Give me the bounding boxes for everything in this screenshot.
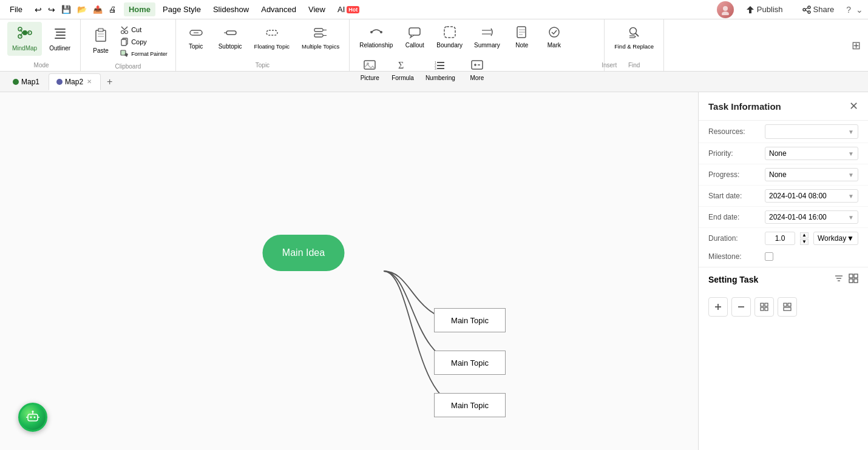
svg-point-22 [121,31,124,34]
picture-button[interactable]: Picture [354,55,385,86]
outliner-button[interactable]: Outliner [44,22,75,56]
callout-icon [408,25,421,41]
menu-file[interactable]: File [5,2,27,16]
topic-node-3[interactable]: Main Topic [434,393,506,417]
progress-select[interactable]: None ▼ [765,168,858,181]
milestone-checkbox[interactable] [765,252,773,261]
help-button[interactable]: ? [846,5,851,15]
share-button[interactable]: Share [795,2,842,16]
svg-rect-87 [784,307,791,311]
end-date-input[interactable]: 2024-01-04 16:00 ▼ [765,210,858,224]
workday-arrow: ▼ [847,234,854,243]
boundary-icon [443,25,456,41]
milestone-label: Milestone: [708,252,760,261]
cut-button[interactable]: Cut [117,24,171,35]
setting-task-header: Setting Task [699,267,868,291]
tab-map1[interactable]: Map1 [5,73,47,90]
menu-view[interactable]: View [303,2,330,16]
mark-button[interactable]: Mark [539,22,569,53]
subtopic-button[interactable]: Subtopic [214,22,247,54]
panel-toggle-button[interactable]: ⊞ [852,39,861,52]
multiple-topics-button[interactable]: Multiple Topics [297,22,344,54]
tab-map2[interactable]: Map2 ✕ [49,73,101,90]
svg-rect-86 [788,303,791,306]
format-painter-button[interactable]: Format Painter [117,49,171,59]
priority-row: Priority: None ▼ [699,143,868,164]
priority-select[interactable]: None ▼ [765,147,858,160]
svg-rect-81 [761,303,764,306]
menu-page-style[interactable]: Page Style [158,2,206,16]
summary-button[interactable]: Summary [469,22,505,53]
tab-add-button[interactable]: + [102,74,117,90]
user-avatar[interactable] [717,1,734,18]
task-add-button[interactable] [708,297,728,317]
svg-line-61 [636,33,639,36]
settings-button[interactable]: ⌄ [856,5,863,15]
publish-button[interactable]: Publish [739,2,790,16]
svg-rect-74 [849,274,853,278]
task-list-view-button[interactable] [778,297,797,317]
save-button[interactable]: 💾 [59,4,73,15]
task-list-view-icon [783,303,792,311]
setting-task-grid-icon[interactable] [849,274,858,285]
relationship-button[interactable]: Relationship [354,22,398,53]
svg-rect-75 [854,274,858,278]
cut-icon [120,25,129,34]
copy-icon [120,38,129,46]
menu-ai[interactable]: AI Hot [333,2,364,16]
redo-button[interactable]: ↪ [46,4,58,16]
setting-task-filter-icon[interactable] [834,274,844,285]
panel-close-button[interactable]: ✕ [849,99,858,113]
svg-rect-17 [55,38,66,39]
boundary-button[interactable]: Boundary [432,22,467,53]
paste-button[interactable]: Paste [86,22,116,57]
more-icon [470,58,484,73]
duration-up[interactable]: ▲ [800,232,809,238]
numbering-button[interactable]: 123 Numbering [421,55,460,86]
mindmap-button[interactable]: MindMap [7,22,42,56]
copy-button[interactable]: Copy [117,36,171,47]
svg-point-4 [808,11,810,13]
resources-label: Resources: [708,127,760,136]
print-button[interactable]: 🖨 [106,4,119,15]
open-button[interactable]: 📂 [75,4,89,15]
svg-line-6 [805,10,808,12]
start-date-input[interactable]: 2024-01-04 08:00 ▼ [765,189,858,203]
tab-map2-indicator [56,79,63,85]
note-button[interactable]: Note [507,22,537,53]
menu-slideshow[interactable]: Slideshow [208,2,254,16]
svg-rect-76 [849,279,853,283]
menu-home[interactable]: Home [124,2,155,16]
bot-button[interactable] [18,403,47,432]
menu-advanced[interactable]: Advanced [256,2,301,16]
resources-input[interactable]: ▼ [765,124,858,139]
more-button[interactable]: More [462,55,492,86]
topic-button[interactable]: Topic [181,22,211,54]
task-add-icon [714,303,722,311]
duration-down[interactable]: ▼ [800,239,809,245]
svg-rect-15 [56,32,66,33]
svg-rect-82 [765,303,768,306]
callout-button[interactable]: Callout [399,22,430,53]
tab-map2-close[interactable]: ✕ [86,78,93,86]
note-icon [515,25,529,41]
svg-rect-14 [55,29,66,30]
topic-node-2[interactable]: Main Topic [434,351,506,375]
side-panel: Task Information ✕ Resources: ▼ Priority… [698,92,868,450]
canvas[interactable]: Main Idea Main Topic Main Topic Main Top… [0,92,698,450]
topic-node-1[interactable]: Main Topic [434,308,506,332]
task-grid-view-button[interactable] [754,297,774,317]
find-replace-button[interactable]: Find & Replace [609,22,659,53]
floating-topic-button[interactable]: Floating Topic [249,22,294,54]
topic-icon [189,25,203,42]
duration-input[interactable] [765,232,795,245]
export-button[interactable]: 📤 [90,4,105,15]
setting-task-icons [834,274,858,285]
formula-button[interactable]: Σ Formula [387,55,419,86]
central-node[interactable]: Main Idea [263,235,345,271]
undo-button[interactable]: ↩ [32,4,44,16]
svg-point-7 [22,30,27,35]
hot-badge: Hot [347,6,359,13]
task-remove-button[interactable] [731,297,751,317]
workday-select[interactable]: Workday ▼ [813,232,858,245]
